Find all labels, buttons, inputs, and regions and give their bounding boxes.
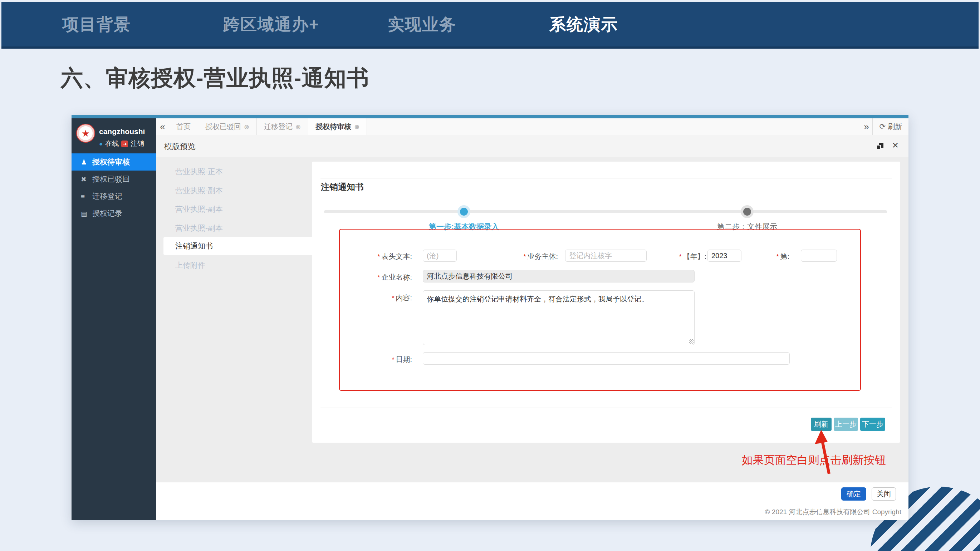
content-panel: 注销通知书 第一步:基本数据录入 第二步：文件展示 *表头文本: *业务主体: … — [312, 162, 900, 443]
tab-close-icon[interactable]: ⊗ — [244, 123, 249, 130]
tab-home[interactable]: 首页 — [169, 118, 198, 135]
online-label: 在线 — [105, 139, 119, 148]
date-input[interactable] — [423, 352, 790, 365]
modal-body: 营业执照-正本 营业执照-副本 营业执照-副本 营业执照-副本 注销通知书 上传… — [156, 157, 908, 482]
star-icon: ★ — [81, 129, 90, 138]
required-asterisk: * — [391, 356, 394, 363]
close-icon[interactable]: × — [892, 139, 899, 152]
sidebar-item-migration[interactable]: ≡迁移登记 — [72, 188, 156, 205]
step-track — [324, 210, 887, 213]
app-top-strip — [72, 115, 908, 118]
tab-close-icon[interactable]: ⊗ — [354, 123, 360, 130]
company-name-input — [423, 270, 695, 283]
content-textarea[interactable]: 你单位提交的注销登记申请材料齐全，符合法定形式，我局予以登记。 — [423, 291, 695, 345]
year-input[interactable] — [708, 249, 741, 262]
app-sidebar: ★ cangzhoushi ● 在线 ➜ 注销 ♟授权待审核 ✖授权已驳回 ≡迁… — [72, 118, 156, 520]
sidebar-item-label: 授权已驳回 — [92, 175, 130, 183]
template-item-license-original[interactable]: 营业执照-正本 — [175, 167, 223, 177]
template-item-license-copy-1[interactable]: 营业执照-副本 — [175, 186, 223, 195]
sidebar-item-label: 授权待审核 — [92, 158, 130, 166]
restore-icon[interactable] — [876, 143, 883, 149]
header-text-label: *表头文本: — [355, 252, 412, 261]
online-dot-icon: ● — [99, 141, 103, 147]
tab-label: 首页 — [176, 123, 191, 130]
tab-spacer — [367, 118, 860, 135]
divider — [320, 408, 892, 408]
avatar: ★ — [76, 124, 95, 143]
modal-footer: 确定 关闭 — [156, 482, 908, 505]
tabs-scroll-right-button[interactable]: » — [860, 118, 873, 135]
tabs-scroll-left-button[interactable]: « — [156, 118, 169, 135]
template-item-upload-attachment[interactable]: 上传附件 — [175, 260, 205, 270]
tab-bar: « 首页 授权已驳回⊗ 迁移登记⊗ 授权待审核⊗ » ⟳刷新 — [156, 118, 908, 135]
user-name: cangzhoushi — [99, 127, 145, 136]
divider — [320, 416, 892, 416]
logout-icon[interactable]: ➜ — [121, 141, 128, 147]
annotation-text: 如果页面空白则点击刷新按钮 — [728, 453, 899, 468]
modal-header: 模版预览 × — [156, 135, 908, 157]
confirm-button[interactable]: 确定 — [841, 487, 866, 500]
required-asterisk: * — [377, 253, 380, 260]
sidebar-item-label: 迁移登记 — [92, 192, 123, 200]
content-label: *内容: — [355, 293, 412, 303]
required-asterisk: * — [523, 253, 526, 260]
nav-item-business[interactable]: 实现业务 — [388, 2, 457, 46]
tab-rejected[interactable]: 授权已驳回⊗ — [198, 118, 257, 135]
next-step-button[interactable]: 下一步 — [860, 418, 885, 431]
business-subject-label: *业务主体: — [501, 252, 558, 261]
tab-refresh-label: 刷新 — [888, 123, 902, 130]
copyright-text: © 2021 河北点步信息科技有限公司 Copyright — [156, 505, 908, 520]
tab-label: 授权已驳回 — [205, 123, 241, 130]
tab-migration[interactable]: 迁移登记⊗ — [257, 118, 308, 135]
sidebar-item-rejected[interactable]: ✖授权已驳回 — [72, 171, 156, 188]
date-label: *日期: — [355, 355, 412, 364]
template-item-license-copy-2[interactable]: 营业执照-副本 — [175, 204, 223, 214]
user-plus-icon: ♟ — [81, 154, 92, 171]
slide-heading: 六、审核授权-营业执照-通知书 — [61, 63, 369, 93]
bars-icon: ≡ — [81, 188, 92, 205]
tab-close-icon[interactable]: ⊗ — [296, 123, 301, 130]
nav-item-cross-region[interactable]: 跨区域通办+ — [223, 2, 320, 46]
close-button[interactable]: 关闭 — [872, 487, 896, 500]
tab-label: 迁移登记 — [264, 123, 293, 130]
nav-item-system-demo[interactable]: 系统演示 — [549, 2, 618, 46]
tab-label: 授权待审核 — [315, 123, 351, 130]
nav-item-project-background[interactable]: 项目背景 — [62, 2, 131, 46]
required-asterisk: * — [679, 253, 681, 260]
sidebar-item-label: 授权记录 — [92, 209, 123, 218]
times-icon: ✖ — [81, 171, 92, 188]
sidebar-item-pending-review[interactable]: ♟授权待审核 — [72, 153, 156, 171]
panel-title: 注销通知书 — [321, 181, 364, 193]
header-text-input[interactable] — [423, 249, 457, 262]
required-asterisk: * — [377, 274, 380, 281]
refresh-icon: ⟳ — [879, 122, 886, 130]
user-status-row: ● 在线 ➜ 注销 — [99, 139, 144, 148]
slide-top-nav: 项目背景 跨区域通办+ 实现业务 系统演示 — [2, 2, 978, 49]
divider — [320, 196, 892, 196]
step-dot-1 — [457, 205, 470, 218]
number-input[interactable] — [801, 249, 837, 262]
company-name-label: *企业名称: — [355, 273, 412, 282]
sidebar-menu: ♟授权待审核 ✖授权已驳回 ≡迁移登记 ▤授权记录 — [72, 153, 156, 222]
tab-refresh-button[interactable]: ⟳刷新 — [873, 118, 908, 135]
sidebar-item-records[interactable]: ▤授权记录 — [72, 205, 156, 222]
template-item-cancel-notice[interactable]: 注销通知书 — [175, 241, 213, 251]
divider — [320, 178, 892, 178]
logout-link[interactable]: 注销 — [130, 139, 144, 148]
required-asterisk: * — [391, 295, 394, 302]
template-item-license-copy-3[interactable]: 营业执照-副本 — [175, 223, 223, 233]
year-label: *【年】: — [656, 252, 706, 261]
number-label: *第: — [743, 252, 789, 261]
modal-title: 模版预览 — [164, 141, 196, 152]
business-subject-input[interactable] — [565, 249, 647, 262]
required-asterisk: * — [776, 253, 779, 260]
step-dot-2 — [741, 205, 754, 218]
textarea-resize-handle[interactable] — [689, 339, 694, 345]
book-icon: ▤ — [81, 205, 92, 222]
tab-pending-review[interactable]: 授权待审核⊗ — [308, 118, 367, 135]
